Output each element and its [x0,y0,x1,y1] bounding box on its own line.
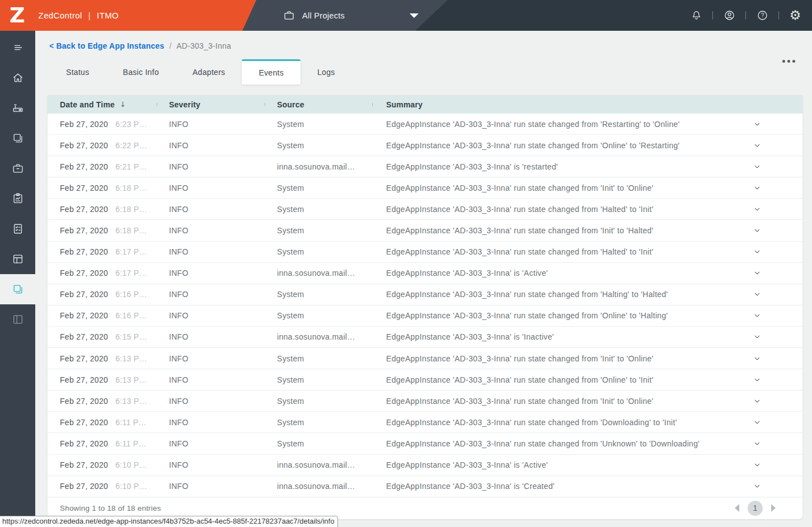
cell-source: inna.sosunova.mail… [265,269,372,277]
cell-source: System [265,418,372,427]
expand-row-chevron-icon[interactable] [753,247,802,256]
cell-severity: INFO [157,247,265,256]
sidebar-item-jobs[interactable] [0,304,35,335]
cell-severity: INFO [157,183,265,192]
navbar-icons: ?⚙ [684,0,808,31]
sidebar-item-projects[interactable] [0,244,35,274]
tab-status[interactable]: Status [49,59,106,84]
cell-source: System [265,226,372,235]
clipboard-chart-icon [12,192,24,205]
expand-row-chevron-icon[interactable] [753,269,802,277]
events-table: Date and Time↓ Severity Source Summary F… [48,95,802,519]
notifications-icon[interactable] [684,10,708,21]
cell-source: System [265,141,372,150]
main-content: < Back to Edge App Instances / AD-303_3-… [35,31,812,527]
expand-row-chevron-icon[interactable] [753,460,802,469]
cell-summary: EdgeAppInstance 'AD-303_3-Inna' run stat… [372,120,750,129]
account-icon[interactable] [717,10,741,21]
expand-row-chevron-icon[interactable] [753,418,802,427]
column-header-severity[interactable]: Severity [157,100,265,109]
tab-basic-info[interactable]: Basic Info [106,59,176,84]
expand-row-chevron-icon[interactable] [753,354,802,363]
home-icon [12,72,24,84]
tab-logs[interactable]: Logs [301,59,352,84]
stacked-squares-icon [12,283,24,295]
menu-icon [12,41,24,54]
cell-summary: EdgeAppInstance 'AD-303_3-Inna' run stat… [372,183,750,192]
table-row: Feb 27, 20206:13 P…INFOSystemEdgeAppInst… [48,369,802,390]
expand-row-chevron-icon[interactable] [753,375,802,384]
sidebar-item-reports[interactable] [0,183,35,214]
cell-severity: INFO [157,120,265,129]
navbar-divider [778,11,779,20]
prev-page-icon[interactable] [735,504,739,512]
expand-row-chevron-icon[interactable] [753,120,802,129]
sidebar-item-menu-toggle[interactable] [0,32,35,63]
cell-source: System [265,205,372,214]
next-page-icon[interactable] [771,504,776,512]
sidebar-item-edge-apps[interactable] [0,123,35,153]
expand-row-chevron-icon[interactable] [753,482,802,491]
cell-summary: EdgeAppInstance 'AD-303_3-Inna' run stat… [372,205,750,214]
cell-source: inna.sosunova.mail… [265,482,372,491]
table-row: Feb 27, 20206:15 P…INFOinna.sosunova.mai… [48,327,802,348]
cell-severity: INFO [157,205,265,214]
cell-severity: INFO [157,354,265,363]
cell-source: System [265,397,372,406]
table-row: Feb 27, 20206:11 P…INFOSystemEdgeAppInst… [48,412,802,433]
breadcrumb-current: AD-303_3-Inna [176,41,231,50]
cell-severity: INFO [157,162,265,171]
tab-bar: Status Basic Info Adapters Events Logs [49,59,812,84]
briefcase-icon [283,10,295,21]
expand-row-chevron-icon[interactable] [753,141,802,150]
expand-row-chevron-icon[interactable] [753,226,802,235]
sort-desc-icon: ↓ [120,100,126,109]
cell-source: System [265,247,372,256]
project-selector[interactable]: All Projects [283,0,419,31]
expand-row-chevron-icon[interactable] [753,205,802,214]
page-number-button[interactable]: 1 [748,501,763,516]
table-row: Feb 27, 20206:17 P…INFOinna.sosunova.mai… [48,263,802,284]
project-selector-label: All Projects [302,11,410,20]
sidebar-item-home[interactable] [0,63,35,93]
navbar-divider [745,11,746,20]
help-icon[interactable]: ? [750,10,775,21]
cell-severity: INFO [157,439,265,448]
cell-datetime: Feb 27, 20206:13 P… [48,354,157,363]
tab-adapters[interactable]: Adapters [176,59,242,84]
sidebar-item-edge-nodes[interactable] [0,93,35,123]
expand-row-chevron-icon[interactable] [753,439,802,448]
more-options-icon[interactable] [782,60,795,63]
table-header: Date and Time↓ Severity Source Summary [48,95,802,114]
column-header-date-time[interactable]: Date and Time↓ [48,100,157,109]
expand-row-chevron-icon[interactable] [753,162,802,171]
cell-datetime: Feb 27, 20206:13 P… [48,375,157,384]
brand-separator: | [88,11,91,20]
pagination: 1 [735,501,776,516]
settings-icon[interactable]: ⚙ [783,9,808,22]
table-row: Feb 27, 20206:13 P…INFOSystemEdgeAppInst… [48,390,802,412]
sidebar-item-edge-app-instances[interactable] [0,274,35,304]
expand-row-chevron-icon[interactable] [753,183,802,192]
column-header-source[interactable]: Source [265,100,372,109]
table-row: Feb 27, 20206:18 P…INFOSystemEdgeAppInst… [48,177,802,199]
expand-row-chevron-icon[interactable] [753,311,802,320]
cell-summary: EdgeAppInstance 'AD-303_3-Inna' run stat… [372,226,750,235]
top-navbar: Z ZedControl | ITMO All Projects ?⚙ [0,0,812,31]
column-header-summary[interactable]: Summary [372,100,750,109]
expand-row-chevron-icon[interactable] [753,332,802,341]
expand-row-chevron-icon[interactable] [753,397,802,406]
cell-source: System [265,290,372,299]
cell-datetime: Feb 27, 20206:10 P… [48,460,157,469]
cell-severity: INFO [157,226,265,235]
entries-summary: Showing 1 to 18 of 18 entries [60,504,161,512]
table-row: Feb 27, 20206:22 P…INFOSystemEdgeAppInst… [48,135,802,156]
sidebar-item-marketplace[interactable] [0,153,35,183]
cell-severity: INFO [157,269,265,277]
table-row: Feb 27, 20206:16 P…INFOSystemEdgeAppInst… [48,284,802,305]
expand-row-chevron-icon[interactable] [753,290,802,299]
table-row: Feb 27, 20206:18 P…INFOSystemEdgeAppInst… [48,199,802,220]
sidebar-item-policies[interactable] [0,214,35,244]
back-link[interactable]: < Back to Edge App Instances [49,41,164,50]
tab-events[interactable]: Events [242,59,301,84]
